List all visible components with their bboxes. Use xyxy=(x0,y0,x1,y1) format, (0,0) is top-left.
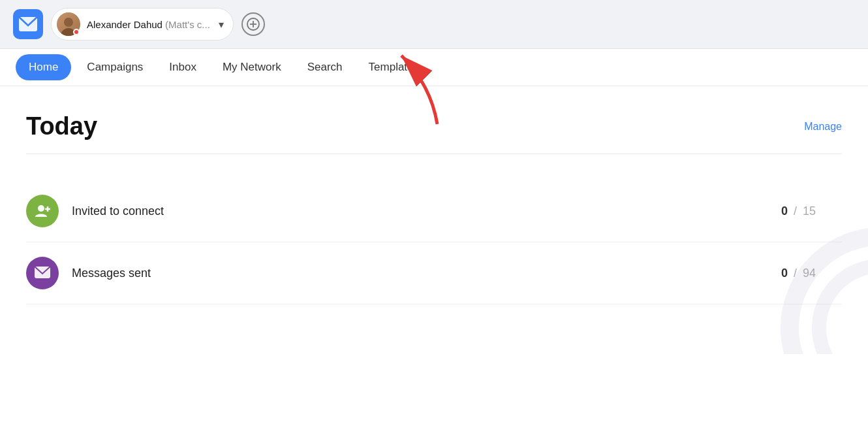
invite-current: 0 xyxy=(781,204,788,218)
invite-value: 0 / 15 xyxy=(781,204,816,218)
page-title: Today xyxy=(26,112,97,140)
status-dot xyxy=(73,29,80,35)
app-icon xyxy=(13,9,43,39)
nav-item-mynetwork[interactable]: My Network xyxy=(209,49,294,86)
invite-sep: / xyxy=(794,204,797,218)
nav-item-templates[interactable]: Templates xyxy=(356,49,432,86)
nav-item-inbox[interactable]: Inbox xyxy=(156,49,209,86)
messages-label: Messages sent xyxy=(72,267,781,280)
nav-bar: Home Campaigns Inbox My Network Search T… xyxy=(0,49,868,86)
account-name-text: Alexander Dahud xyxy=(87,19,163,30)
add-account-button[interactable] xyxy=(241,12,265,36)
bg-graphic xyxy=(777,223,868,357)
svg-point-10 xyxy=(819,266,868,354)
account-name: Alexander Dahud (Matt's c... xyxy=(87,19,212,30)
nav-item-campaigns[interactable]: Campaigns xyxy=(74,49,156,86)
invite-limit: 15 xyxy=(803,204,816,218)
stat-row-messages: Messages sent 0 / 94 xyxy=(26,242,842,304)
stat-row-invite: Invited to connect 0 / 15 xyxy=(26,180,842,242)
avatar-wrapper xyxy=(57,12,80,36)
chevron-down-icon: ▾ xyxy=(219,18,224,31)
messages-icon xyxy=(26,257,59,289)
nav-item-search[interactable]: Search xyxy=(294,49,356,86)
stats-section: Invited to connect 0 / 15 Messages sent … xyxy=(26,180,842,304)
account-subtitle: (Matt's c... xyxy=(165,19,210,30)
account-selector[interactable]: Alexander Dahud (Matt's c... ▾ xyxy=(51,8,234,41)
invite-label: Invited to connect xyxy=(72,204,781,218)
manage-link[interactable]: Manage xyxy=(804,121,842,133)
page-header: Today Manage xyxy=(26,112,842,140)
divider xyxy=(26,154,842,154)
main-content: Today Manage Invited to connect 0 / 15 xyxy=(0,86,868,304)
invite-icon xyxy=(26,195,59,227)
nav-item-home[interactable]: Home xyxy=(16,54,71,80)
top-bar: Alexander Dahud (Matt's c... ▾ xyxy=(0,0,868,49)
svg-point-5 xyxy=(38,205,44,212)
